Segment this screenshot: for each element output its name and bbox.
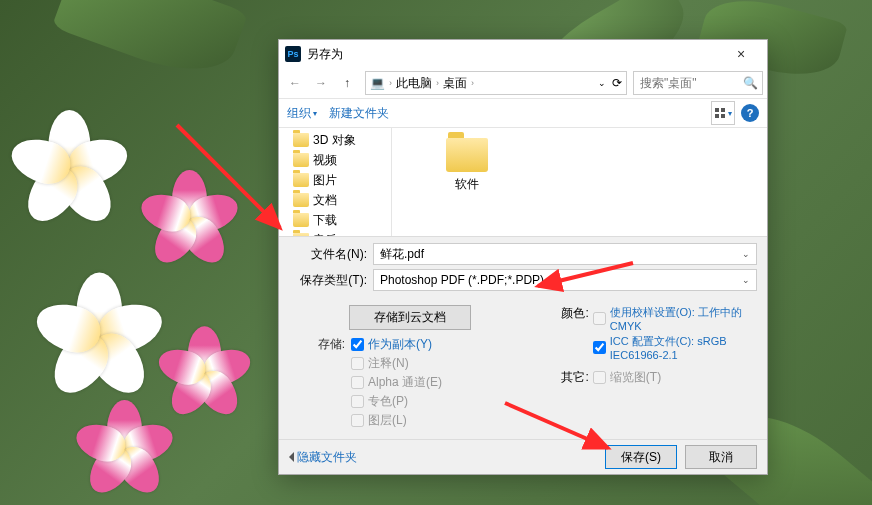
thumbnail-checkbox	[593, 371, 606, 384]
collapse-icon[interactable]	[289, 452, 294, 462]
chevron-right-icon: ›	[389, 78, 392, 88]
hide-folders-link[interactable]: 隐藏文件夹	[297, 449, 357, 466]
folder-icon	[293, 173, 309, 187]
sidebar-item-label: 3D 对象	[313, 132, 356, 149]
search-box[interactable]: 🔍	[633, 71, 763, 95]
chevron-right-icon: ›	[471, 78, 474, 88]
sidebar-item-pictures[interactable]: 图片	[279, 170, 391, 190]
chevron-down-icon: ▾	[313, 109, 317, 118]
breadcrumb[interactable]: 💻 › 此电脑 › 桌面 › ⌄ ⟳	[365, 71, 627, 95]
layers-label: 图层(L)	[368, 412, 407, 429]
refresh-icon[interactable]: ⟳	[612, 76, 622, 90]
toolbar: 组织 ▾ 新建文件夹 ▾ ?	[279, 99, 767, 128]
view-icon	[714, 107, 726, 119]
save-as-dialog: Ps 另存为 × ← → ↑ 💻 › 此电脑 › 桌面 › ⌄ ⟳ 🔍 组织 ▾	[278, 39, 768, 475]
as-copy-checkbox[interactable]	[351, 338, 364, 351]
other-section-label: 其它:	[549, 369, 589, 386]
breadcrumb-seg[interactable]: 此电脑	[396, 75, 432, 92]
body-area: 3D 对象 视频 图片 文档 下载 音乐 桌面 软件	[279, 128, 767, 236]
save-button[interactable]: 保存(S)	[605, 445, 677, 469]
new-folder-button[interactable]: 新建文件夹	[329, 105, 389, 122]
view-mode-button[interactable]: ▾	[711, 101, 735, 125]
search-icon: 🔍	[743, 76, 758, 90]
spot-checkbox	[351, 395, 364, 408]
dialog-footer: 隐藏文件夹 保存(S) 取消	[279, 439, 767, 474]
thumbnail-label: 缩览图(T)	[610, 369, 661, 386]
as-copy-label: 作为副本(Y)	[368, 336, 432, 353]
dialog-title: 另存为	[307, 46, 721, 63]
folder-icon	[293, 133, 309, 147]
svg-rect-6	[721, 114, 725, 118]
photoshop-icon: Ps	[285, 46, 301, 62]
sidebar-item-documents[interactable]: 文档	[279, 190, 391, 210]
filetype-select[interactable]: Photoshop PDF (*.PDF;*.PDP) ⌄	[373, 269, 757, 291]
file-list-pane[interactable]: 软件	[392, 128, 767, 236]
file-item-label: 软件	[455, 176, 479, 193]
nav-up-button[interactable]: ↑	[335, 71, 359, 95]
save-options: 存储到云文档 存储: 作为副本(Y) 注释(N) Alpha 通道(E) 专色(…	[279, 301, 767, 439]
sidebar-item-label: 下载	[313, 212, 337, 229]
filename-label: 文件名(N):	[289, 246, 367, 263]
use-proof-checkbox	[593, 312, 606, 325]
alpha-label: Alpha 通道(E)	[368, 374, 442, 391]
svg-rect-3	[715, 108, 719, 112]
alpha-checkbox	[351, 376, 364, 389]
svg-rect-5	[715, 114, 719, 118]
spot-label: 专色(P)	[368, 393, 408, 410]
sidebar-item-label: 视频	[313, 152, 337, 169]
nav-forward-button[interactable]: →	[309, 71, 333, 95]
icc-profile-label: ICC 配置文件(C): sRGB IEC61966-2.1	[610, 334, 757, 361]
help-button[interactable]: ?	[741, 104, 759, 122]
folder-icon	[293, 213, 309, 227]
list-item[interactable]: 软件	[432, 138, 502, 193]
search-input[interactable]	[638, 75, 732, 91]
folder-icon	[293, 233, 309, 236]
breadcrumb-seg[interactable]: 桌面	[443, 75, 467, 92]
filename-input[interactable]: 鲜花.pdf ⌄	[373, 243, 757, 265]
folder-icon	[293, 153, 309, 167]
nav-bar: ← → ↑ 💻 › 此电脑 › 桌面 › ⌄ ⟳ 🔍	[279, 68, 767, 99]
sidebar: 3D 对象 视频 图片 文档 下载 音乐 桌面	[279, 128, 392, 236]
chevron-down-icon[interactable]: ⌄	[742, 275, 750, 285]
chevron-down-icon[interactable]: ⌄	[742, 249, 750, 259]
sidebar-item-videos[interactable]: 视频	[279, 150, 391, 170]
sidebar-item-downloads[interactable]: 下载	[279, 210, 391, 230]
organize-menu[interactable]: 组织 ▾	[287, 105, 317, 122]
close-button[interactable]: ×	[721, 40, 761, 68]
icc-profile-checkbox[interactable]	[593, 341, 606, 354]
save-section-label: 存储:	[289, 336, 345, 353]
chevron-down-icon[interactable]: ⌄	[598, 78, 606, 88]
filename-fields: 文件名(N): 鲜花.pdf ⌄ 保存类型(T): Photoshop PDF …	[279, 236, 767, 301]
use-proof-label: 使用校样设置(O): 工作中的 CMYK	[610, 305, 757, 332]
color-section-label: 颜色:	[549, 305, 589, 322]
notes-checkbox	[351, 357, 364, 370]
pc-icon: 💻	[370, 76, 385, 90]
save-to-cloud-button[interactable]: 存储到云文档	[349, 305, 471, 330]
folder-icon	[446, 138, 488, 172]
chevron-right-icon: ›	[436, 78, 439, 88]
layers-checkbox	[351, 414, 364, 427]
nav-back-button[interactable]: ←	[283, 71, 307, 95]
sidebar-item-label: 图片	[313, 172, 337, 189]
cancel-button[interactable]: 取消	[685, 445, 757, 469]
sidebar-item-label: 文档	[313, 192, 337, 209]
notes-label: 注释(N)	[368, 355, 409, 372]
folder-icon	[293, 193, 309, 207]
titlebar: Ps 另存为 ×	[279, 40, 767, 68]
filetype-label: 保存类型(T):	[289, 272, 367, 289]
svg-rect-4	[721, 108, 725, 112]
sidebar-item-3dobjects[interactable]: 3D 对象	[279, 130, 391, 150]
